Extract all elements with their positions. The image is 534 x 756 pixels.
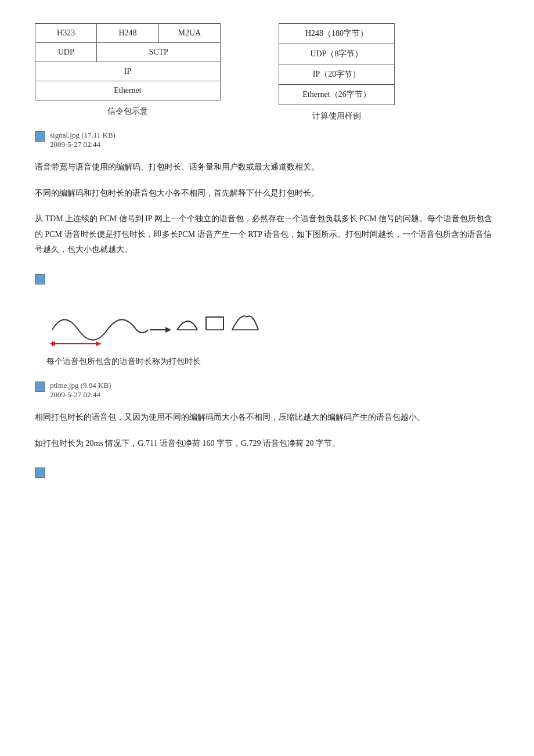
- left-diagram: H323 H248 M2UA UDP SCTP IP Ethernet 信令包示…: [35, 23, 221, 117]
- file-icon-2: [35, 381, 45, 392]
- diagrams-section: H323 H248 M2UA UDP SCTP IP Ethernet 信令包示…: [35, 23, 499, 121]
- attachment2: ptime.jpg (9.04 KB) 2009-5-27 02:44: [35, 381, 499, 399]
- ip-bytes-cell: IP（20字节）: [279, 64, 395, 85]
- h248-cell: H248: [97, 24, 158, 43]
- h323-cell: H323: [35, 24, 97, 43]
- table-row: IP: [35, 62, 221, 81]
- file-info-1: signal.jpg (17.11 KB) 2009-5-27 02:44: [50, 131, 116, 149]
- table-row: IP（20字节）: [279, 64, 395, 85]
- ip-cell: IP: [35, 62, 221, 81]
- h248-bytes-cell: H248（180字节）: [279, 24, 395, 44]
- paragraph1: 语音带宽与语音使用的编解码、打包时长、话务量和用户数或最大通道数相关。: [35, 160, 499, 175]
- paragraph2: 不同的编解码和打包时长的语音包大小各不相同，首先解释下什么是打包时长。: [35, 186, 499, 201]
- sctp-cell: SCTP: [97, 43, 221, 62]
- paragraph5: 如打包时长为 20ms 情况下，G.711 语音包净荷 160 字节，G.729…: [35, 436, 499, 452]
- bottom-image-icon: [35, 467, 45, 478]
- paragraph3: 从 TDM 上连续的 PCM 信号到 IP 网上一个个独立的语音包，必然存在一个…: [35, 211, 499, 258]
- attachment1: signal.jpg (17.11 KB) 2009-5-27 02:44: [35, 131, 499, 149]
- udp-cell: UDP: [35, 43, 97, 62]
- table-row: H248（180字节）: [279, 24, 395, 44]
- waveform-caption: 每个语音包所包含的语音时长称为打包时长: [46, 357, 201, 367]
- table-row: H323 H248 M2UA: [35, 24, 221, 43]
- waveform-image-icon: [35, 274, 45, 285]
- ethernet-cell: Ethernet: [35, 81, 221, 100]
- table-row: Ethernet（26字节）: [279, 85, 395, 105]
- m2ua-cell: M2UA: [158, 24, 220, 43]
- table-row: UDP SCTP: [35, 43, 221, 62]
- waveform-svg: [46, 301, 290, 353]
- svg-marker-4: [96, 341, 102, 346]
- table-row: Ethernet: [35, 81, 221, 100]
- table-row: UDP（8字节）: [279, 44, 395, 64]
- right-diagram: H248（180字节） UDP（8字节） IP（20字节） Ethernet（2…: [279, 23, 395, 121]
- filedate-2: 2009-5-27 02:44: [50, 390, 111, 399]
- ethernet-bytes-cell: Ethernet（26字节）: [279, 85, 395, 105]
- svg-marker-1: [165, 327, 171, 333]
- left-diagram-caption: 信令包示意: [107, 106, 148, 117]
- right-diagram-caption: 计算使用样例: [312, 111, 361, 121]
- filedate-1: 2009-5-27 02:44: [50, 140, 116, 149]
- udp-bytes-cell: UDP（8字节）: [279, 44, 395, 64]
- filename-2[interactable]: ptime.jpg (9.04 KB): [50, 381, 111, 390]
- right-protocol-table: H248（180字节） UDP（8字节） IP（20字节） Ethernet（2…: [279, 23, 395, 105]
- waveform-image: [46, 301, 290, 353]
- file-icon-1: [35, 131, 45, 142]
- filename-1[interactable]: signal.jpg (17.11 KB): [50, 131, 116, 140]
- file-info-2: ptime.jpg (9.04 KB) 2009-5-27 02:44: [50, 381, 111, 399]
- waveform-section: 每个语音包所包含的语音时长称为打包时长: [35, 296, 499, 372]
- paragraph4: 相同打包时长的语音包，又因为使用不同的编解码而大小各不相同，压缩比越大的编解码产…: [35, 410, 499, 426]
- left-protocol-table: H323 H248 M2UA UDP SCTP IP Ethernet: [35, 23, 221, 100]
